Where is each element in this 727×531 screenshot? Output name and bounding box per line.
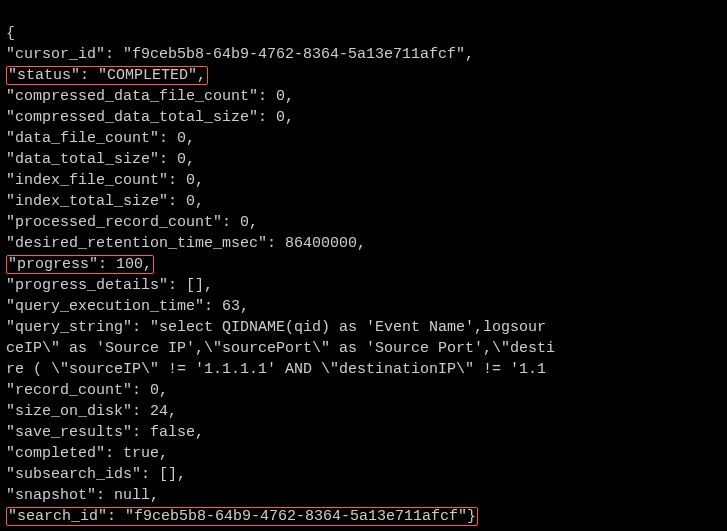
line-query-string-2: ceIP\" as 'Source IP',\"sourcePort\" as … [6,340,555,357]
line-compressed-data-total-size: "compressed_data_total_size": 0, [6,109,294,126]
line-progress-highlighted: "progress": 100, [6,255,154,274]
line-search-id-highlighted: "search_id": "f9ceb5b8-64b9-4762-8364-5a… [6,507,478,526]
line-index-total-size: "index_total_size": 0, [6,193,204,210]
line-query-string-1: "query_string": "select QIDNAME(qid) as … [6,319,546,336]
terminal-output: { "cursor_id": "f9ceb5b8-64b9-4762-8364-… [0,0,727,527]
line-status-highlighted: "status": "COMPLETED", [6,66,208,85]
line-cursor-id: "cursor_id": "f9ceb5b8-64b9-4762-8364-5a… [6,46,474,63]
line-processed-record-count: "processed_record_count": 0, [6,214,258,231]
line-snapshot: "snapshot": null, [6,487,159,504]
line-compressed-data-file-count: "compressed_data_file_count": 0, [6,88,294,105]
line-data-file-count: "data_file_count": 0, [6,130,195,147]
line-progress-details: "progress_details": [], [6,277,213,294]
line-size-on-disk: "size_on_disk": 24, [6,403,177,420]
line-desired-retention-time-msec: "desired_retention_time_msec": 86400000, [6,235,366,252]
line-completed: "completed": true, [6,445,168,462]
line-save-results: "save_results": false, [6,424,204,441]
line-subsearch-ids: "subsearch_ids": [], [6,466,186,483]
open-brace: { [6,25,15,42]
line-query-execution-time: "query_execution_time": 63, [6,298,249,315]
line-index-file-count: "index_file_count": 0, [6,172,204,189]
line-data-total-size: "data_total_size": 0, [6,151,195,168]
line-query-string-3: re ( \"sourceIP\" != '1.1.1.1' AND \"des… [6,361,546,378]
line-record-count: "record_count": 0, [6,382,168,399]
